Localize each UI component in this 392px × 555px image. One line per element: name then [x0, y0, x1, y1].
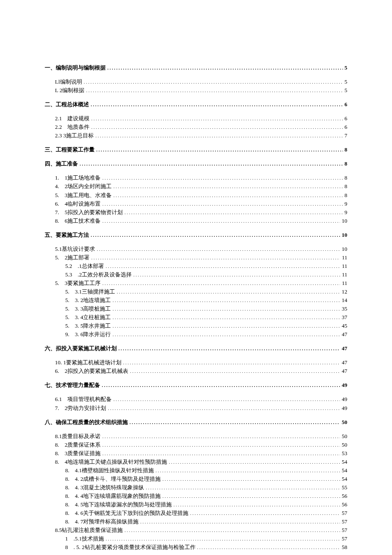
toc-entry-label: 六、拟投入要紧施工机械计划 — [45, 345, 117, 352]
toc-entry-label: 1. 1施工场地准备 — [55, 174, 101, 182]
toc-entry: 七、技术管理力量配备49 — [45, 381, 347, 389]
toc-entry-page: 11 — [342, 279, 347, 287]
toc-leader-dots — [112, 314, 340, 321]
toc-leader-dots — [102, 433, 340, 440]
toc-entry-page: 56 — [342, 492, 347, 500]
toc-entry: 2.3 3施工总目标7 — [55, 132, 347, 139]
toc-entry-page: 7 — [345, 132, 348, 139]
toc-entry-page: 9 — [345, 209, 348, 216]
toc-entry-label: 6. 4临时设施布置 — [55, 200, 101, 208]
toc-entry: 8. 3质量保证措施53 — [55, 450, 347, 457]
toc-entry-page: 47 — [342, 331, 347, 338]
toc-leader-dots — [162, 493, 340, 500]
toc-entry-page: 50 — [342, 441, 347, 449]
toc-entry: 八、确保工程质量的技术组织措施50 — [45, 418, 347, 426]
toc-leader-dots — [117, 289, 340, 295]
toc-entry-page: 5 — [345, 87, 348, 94]
toc-entry-page: 57 — [342, 518, 347, 526]
toc-entry-page: 9 — [345, 200, 348, 208]
toc-entry: 9. 3. 6降水井运行47 — [65, 331, 347, 338]
toc-leader-dots — [102, 201, 343, 207]
toc-leader-dots — [140, 519, 340, 525]
toc-entry: 5.2 .1总体部署11 — [65, 262, 347, 270]
toc-entry-label: 8. 4. 2成槽卡斗、埋斗预防及处理措施 — [65, 475, 161, 483]
toc-entry-label: 8. 4. 7对预埋件标高操纵措施 — [65, 518, 138, 526]
toc-leader-dots — [102, 382, 340, 389]
toc-entry-page: 6 — [345, 115, 348, 122]
toc-entry-label: 八、确保工程质量的技术组织措施 — [45, 418, 128, 426]
toc-entry-label: 5. 3. 3高喷桩施工 — [65, 305, 111, 313]
toc-leader-dots — [173, 502, 340, 508]
toc-leader-dots — [123, 360, 340, 366]
toc-entry-label: 5.1基坑设计要求 — [55, 245, 95, 253]
toc-entry-label: 8. 4. 4地下连续墙露筋现象的预防措施 — [65, 492, 161, 500]
toc-entry-label: 8. 6施工技术准备 — [55, 217, 101, 225]
toc-entry-label: 2.1 建设规模 — [55, 115, 89, 122]
toc-leader-dots — [113, 192, 343, 199]
toc-entry-label: 8 . 5. 2钻孔桩要紧分项质量技术保证措施与检验工作 — [65, 543, 196, 551]
toc-entry-page: 57 — [342, 535, 347, 543]
toc-leader-dots — [106, 536, 340, 542]
toc-leader-dots — [84, 79, 343, 85]
toc-entry-label: 8. 4. 6关于钢筋笼无法下放到位的预防及处理措施 — [65, 509, 188, 517]
toc-entry: 5. 3.1三轴搅拌施工12 — [65, 288, 347, 296]
toc-entry-label: 8. 4.1槽壁稳固性操纵及针对性措施 — [65, 467, 154, 474]
toc-leader-dots — [108, 405, 340, 412]
toc-entry: 10. 1要紧施工机械进场计划47 — [55, 359, 347, 366]
toc-entry-label: 8. 2质量保证体系 — [55, 441, 101, 449]
toc-leader-dots — [91, 116, 343, 122]
toc-entry-page: 50 — [342, 418, 347, 426]
toc-entry-label: 2.2 地质条件 — [55, 123, 89, 131]
toc-entry-label: 8. 4地连墙施工关键点操纵及针对性预防措施 — [55, 458, 167, 466]
toc-entry-page: 35 — [342, 305, 347, 313]
toc-entry-page: 10 — [342, 245, 347, 253]
toc-entry-page: 54 — [342, 467, 347, 474]
toc-entry-page: 49 — [342, 381, 347, 389]
toc-entry-label: 二、工程总体概述 — [45, 101, 89, 108]
toc-entry: 8. 4. 2成槽卡斗、埋斗预防及处理措施54 — [65, 475, 347, 483]
toc-entry-page: 37 — [342, 314, 347, 321]
toc-entry: 2.1 建设规模6 — [55, 115, 347, 122]
toc-entry-page: 57 — [342, 526, 347, 534]
toc-leader-dots — [124, 209, 343, 216]
toc-entry-page: 14 — [342, 296, 347, 304]
toc-entry-label: 七、技术管理力量配备 — [45, 381, 100, 389]
toc-entry-page: 8 — [345, 146, 348, 154]
toc-entry-page: 47 — [342, 367, 347, 375]
toc-entry: 8. 4地连墙施工关键点操纵及针对性预防措施54 — [55, 458, 347, 466]
toc-entry-label: 5. 3. 4立柱桩施工 — [65, 314, 111, 321]
toc-entry-page: 6 — [345, 123, 348, 131]
toc-entry-page: 11 — [342, 254, 347, 262]
toc-entry-label: 5. 3要紧施工工序 — [55, 279, 101, 287]
toc-entry-page: 8 — [345, 174, 348, 182]
toc-entry-label: 5. 3. 5降水井施工 — [65, 322, 111, 330]
toc-entry: 二、工程总体概述6 — [45, 101, 347, 108]
toc-entry: 8. 4. 5地下连续墙渗漏水的预防与处理措施56 — [65, 501, 347, 509]
toc-leader-dots — [112, 323, 340, 329]
toc-leader-dots — [106, 263, 340, 270]
toc-entry-label: 9. 3. 6降水井运行 — [65, 331, 111, 338]
toc-entry-label: 5. 2施工部署 — [55, 254, 89, 262]
toc-leader-dots — [91, 124, 343, 131]
toc-entry-page: 53 — [342, 450, 347, 457]
toc-entry-label: 四、施工准备 — [45, 160, 78, 168]
toc-entry-label: 5.2 .1总体部署 — [65, 262, 104, 270]
toc-leader-dots — [133, 272, 340, 278]
toc-entry-page: 54 — [342, 458, 347, 466]
toc-entry: 四、施工准备8 — [45, 160, 347, 168]
toc-leader-dots — [91, 255, 340, 261]
toc-leader-dots — [102, 450, 340, 457]
toc-entry: 8. 4. 6关于钢筋笼无法下放到位的预防及处理措施57 — [65, 509, 347, 517]
toc-entry: 一、编制说明与编制根据5 — [45, 64, 347, 72]
toc-entry-label: 一、编制说明与编制根据 — [45, 64, 106, 72]
toc-leader-dots — [112, 306, 340, 312]
toc-leader-dots — [113, 183, 343, 190]
toc-entry-page: 50 — [342, 433, 347, 440]
toc-entry: 4. 2场区内全封闭施工8 — [55, 183, 347, 190]
toc-entry-page: 49 — [342, 395, 347, 403]
toc-entry-page: 45 — [342, 322, 347, 330]
toc-entry: 5. 3. 5降水井施工45 — [65, 322, 347, 330]
toc-entry: 8. 2质量保证体系50 — [55, 441, 347, 449]
toc-entry-label: 8. 3质量保证措施 — [55, 450, 101, 457]
toc-entry: 5.3 .2工效分析及设备选择 11 — [65, 271, 347, 279]
